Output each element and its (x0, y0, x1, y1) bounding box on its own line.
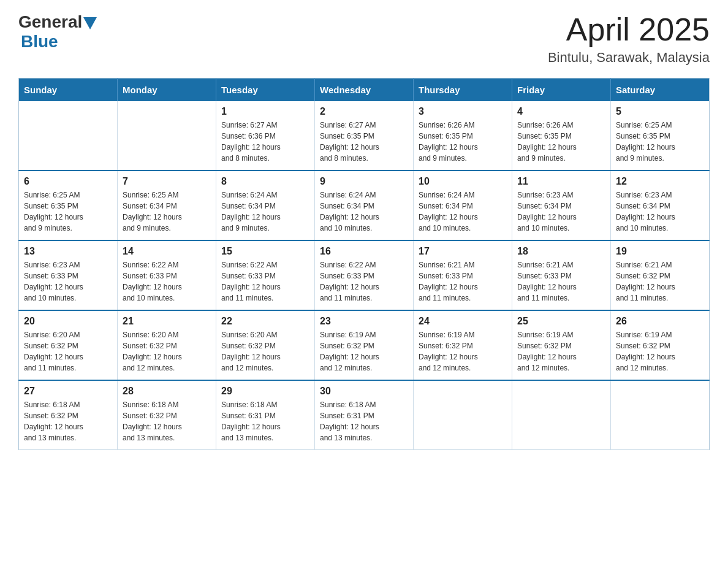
calendar-week-row: 20Sunrise: 6:20 AM Sunset: 6:32 PM Dayli… (19, 310, 710, 380)
page-header: General Blue April 2025 Bintulu, Sarawak… (18, 12, 710, 66)
calendar-cell: 16Sunrise: 6:22 AM Sunset: 6:33 PM Dayli… (315, 240, 414, 310)
day-number: 3 (419, 106, 507, 117)
day-number: 22 (221, 316, 309, 327)
calendar-cell: 17Sunrise: 6:21 AM Sunset: 6:33 PM Dayli… (414, 240, 512, 310)
calendar-day-header: Saturday (611, 79, 710, 102)
page-title: April 2025 (548, 12, 710, 47)
calendar-day-header: Wednesday (315, 79, 414, 102)
calendar-cell: 11Sunrise: 6:23 AM Sunset: 6:34 PM Dayli… (512, 170, 611, 240)
day-info: Sunrise: 6:19 AM Sunset: 6:32 PM Dayligh… (517, 329, 605, 373)
day-number: 13 (24, 246, 112, 257)
day-number: 30 (320, 386, 408, 397)
logo-general-text: General (18, 12, 82, 32)
day-number: 28 (123, 386, 211, 397)
calendar-week-row: 13Sunrise: 6:23 AM Sunset: 6:33 PM Dayli… (19, 240, 710, 310)
calendar-day-header: Sunday (19, 79, 118, 102)
day-info: Sunrise: 6:22 AM Sunset: 6:33 PM Dayligh… (123, 259, 211, 304)
calendar-cell: 15Sunrise: 6:22 AM Sunset: 6:33 PM Dayli… (216, 240, 315, 310)
day-info: Sunrise: 6:23 AM Sunset: 6:33 PM Dayligh… (24, 259, 112, 304)
calendar-week-row: 6Sunrise: 6:25 AM Sunset: 6:35 PM Daylig… (19, 170, 710, 240)
calendar-cell: 22Sunrise: 6:20 AM Sunset: 6:32 PM Dayli… (216, 310, 315, 380)
day-number: 17 (419, 246, 507, 257)
day-number: 8 (221, 176, 309, 187)
day-number: 21 (123, 316, 211, 327)
svg-marker-0 (83, 17, 97, 29)
calendar-cell: 5Sunrise: 6:25 AM Sunset: 6:35 PM Daylig… (611, 101, 710, 170)
calendar-cell (611, 380, 710, 450)
day-info: Sunrise: 6:21 AM Sunset: 6:33 PM Dayligh… (419, 259, 507, 304)
calendar-cell: 24Sunrise: 6:19 AM Sunset: 6:32 PM Dayli… (414, 310, 512, 380)
calendar-cell: 27Sunrise: 6:18 AM Sunset: 6:32 PM Dayli… (19, 380, 118, 450)
day-number: 25 (517, 316, 605, 327)
day-info: Sunrise: 6:20 AM Sunset: 6:32 PM Dayligh… (24, 329, 112, 373)
calendar-cell: 30Sunrise: 6:18 AM Sunset: 6:31 PM Dayli… (315, 380, 414, 450)
day-number: 9 (320, 176, 408, 187)
calendar-cell: 1Sunrise: 6:27 AM Sunset: 6:36 PM Daylig… (216, 101, 315, 170)
calendar-cell: 13Sunrise: 6:23 AM Sunset: 6:33 PM Dayli… (19, 240, 118, 310)
day-info: Sunrise: 6:23 AM Sunset: 6:34 PM Dayligh… (616, 190, 704, 234)
day-info: Sunrise: 6:20 AM Sunset: 6:32 PM Dayligh… (123, 329, 211, 373)
day-number: 12 (616, 176, 704, 187)
day-info: Sunrise: 6:18 AM Sunset: 6:32 PM Dayligh… (123, 399, 211, 443)
calendar-cell: 8Sunrise: 6:24 AM Sunset: 6:34 PM Daylig… (216, 170, 315, 240)
day-number: 14 (123, 246, 211, 257)
calendar-day-header: Monday (118, 79, 216, 102)
day-info: Sunrise: 6:19 AM Sunset: 6:32 PM Dayligh… (419, 329, 507, 373)
day-info: Sunrise: 6:24 AM Sunset: 6:34 PM Dayligh… (320, 190, 408, 234)
logo-blue-text: Blue (21, 32, 58, 51)
calendar-cell: 14Sunrise: 6:22 AM Sunset: 6:33 PM Dayli… (118, 240, 216, 310)
calendar-cell (19, 101, 118, 170)
day-number: 1 (221, 106, 309, 117)
page-subtitle: Bintulu, Sarawak, Malaysia (548, 50, 710, 66)
day-number: 26 (616, 316, 704, 327)
day-number: 24 (419, 316, 507, 327)
calendar-cell: 12Sunrise: 6:23 AM Sunset: 6:34 PM Dayli… (611, 170, 710, 240)
calendar-table: SundayMondayTuesdayWednesdayThursdayFrid… (18, 78, 710, 450)
calendar-cell: 6Sunrise: 6:25 AM Sunset: 6:35 PM Daylig… (19, 170, 118, 240)
day-number: 15 (221, 246, 309, 257)
calendar-cell: 23Sunrise: 6:19 AM Sunset: 6:32 PM Dayli… (315, 310, 414, 380)
calendar-cell (414, 380, 512, 450)
day-number: 27 (24, 386, 112, 397)
calendar-cell (118, 101, 216, 170)
day-info: Sunrise: 6:27 AM Sunset: 6:36 PM Dayligh… (221, 120, 309, 164)
calendar-cell: 2Sunrise: 6:27 AM Sunset: 6:35 PM Daylig… (315, 101, 414, 170)
day-info: Sunrise: 6:20 AM Sunset: 6:32 PM Dayligh… (221, 329, 309, 373)
calendar-cell: 9Sunrise: 6:24 AM Sunset: 6:34 PM Daylig… (315, 170, 414, 240)
day-number: 20 (24, 316, 112, 327)
day-number: 6 (24, 176, 112, 187)
day-number: 23 (320, 316, 408, 327)
calendar-cell: 7Sunrise: 6:25 AM Sunset: 6:34 PM Daylig… (118, 170, 216, 240)
day-number: 4 (517, 106, 605, 117)
calendar-cell: 18Sunrise: 6:21 AM Sunset: 6:33 PM Dayli… (512, 240, 611, 310)
day-number: 29 (221, 386, 309, 397)
calendar-cell (512, 380, 611, 450)
calendar-cell: 10Sunrise: 6:24 AM Sunset: 6:34 PM Dayli… (414, 170, 512, 240)
day-info: Sunrise: 6:22 AM Sunset: 6:33 PM Dayligh… (221, 259, 309, 304)
calendar-cell: 26Sunrise: 6:19 AM Sunset: 6:32 PM Dayli… (611, 310, 710, 380)
calendar-week-row: 1Sunrise: 6:27 AM Sunset: 6:36 PM Daylig… (19, 101, 710, 170)
calendar-cell: 4Sunrise: 6:26 AM Sunset: 6:35 PM Daylig… (512, 101, 611, 170)
calendar-cell: 19Sunrise: 6:21 AM Sunset: 6:32 PM Dayli… (611, 240, 710, 310)
day-info: Sunrise: 6:25 AM Sunset: 6:35 PM Dayligh… (616, 120, 704, 164)
calendar-header-row: SundayMondayTuesdayWednesdayThursdayFrid… (19, 79, 710, 102)
day-info: Sunrise: 6:25 AM Sunset: 6:35 PM Dayligh… (24, 190, 112, 234)
day-info: Sunrise: 6:19 AM Sunset: 6:32 PM Dayligh… (616, 329, 704, 373)
logo: General Blue (18, 12, 97, 52)
day-number: 18 (517, 246, 605, 257)
day-info: Sunrise: 6:25 AM Sunset: 6:34 PM Dayligh… (123, 190, 211, 234)
day-info: Sunrise: 6:18 AM Sunset: 6:31 PM Dayligh… (221, 399, 309, 443)
calendar-cell: 20Sunrise: 6:20 AM Sunset: 6:32 PM Dayli… (19, 310, 118, 380)
calendar-day-header: Tuesday (216, 79, 315, 102)
day-info: Sunrise: 6:24 AM Sunset: 6:34 PM Dayligh… (419, 190, 507, 234)
day-number: 7 (123, 176, 211, 187)
day-info: Sunrise: 6:21 AM Sunset: 6:33 PM Dayligh… (517, 259, 605, 304)
day-number: 5 (616, 106, 704, 117)
day-number: 19 (616, 246, 704, 257)
day-info: Sunrise: 6:18 AM Sunset: 6:32 PM Dayligh… (24, 399, 112, 443)
day-number: 2 (320, 106, 408, 117)
day-number: 10 (419, 176, 507, 187)
day-number: 16 (320, 246, 408, 257)
day-info: Sunrise: 6:26 AM Sunset: 6:35 PM Dayligh… (419, 120, 507, 164)
day-info: Sunrise: 6:22 AM Sunset: 6:33 PM Dayligh… (320, 259, 408, 304)
